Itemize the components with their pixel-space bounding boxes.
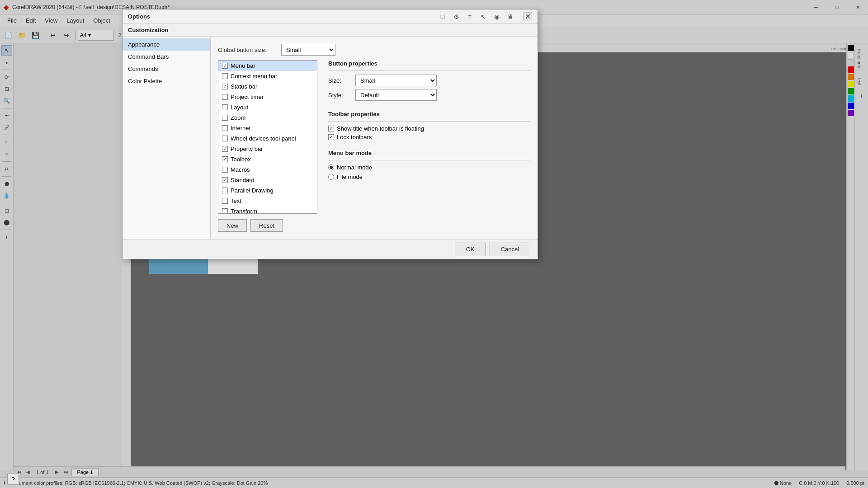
cb-toolbox[interactable] [222, 156, 228, 162]
list-item-toolbox[interactable]: Toolbox [218, 154, 317, 164]
dialog-icon-5[interactable]: ◉ [491, 11, 502, 22]
dialog-close-button[interactable]: ✕ [523, 12, 532, 21]
label-menu-bar: Menu bar [231, 62, 255, 69]
label-parallel-drawing: Parallel Drawing [231, 187, 274, 194]
dialog-header-icons: □ ⚙ ≡ ↖ ◉ 🖥 [437, 11, 516, 22]
properties-area: Button properties Size: Small [317, 60, 530, 232]
cancel-button[interactable]: Cancel [490, 243, 530, 256]
dialog-titlebar: Options □ ⚙ ≡ ↖ ◉ 🖥 ✕ [123, 9, 538, 24]
dialog-icon-1[interactable]: □ [437, 11, 448, 22]
dialog-icon-3[interactable]: ≡ [464, 11, 475, 22]
file-mode-label: File mode [337, 174, 363, 180]
label-standard: Standard [231, 177, 255, 183]
list-item-standard[interactable]: Standard [218, 175, 317, 185]
list-item-parallel-drawing[interactable]: Parallel Drawing [218, 185, 317, 196]
label-internet: Internet [231, 125, 250, 131]
app-window: ◈ CorelDRAW 2020 (64-Bit) - F:\self_desi… [0, 0, 868, 488]
dialog-content-area: Global button size: Small [211, 37, 538, 239]
dialog-overlay: Options □ ⚙ ≡ ↖ ◉ 🖥 ✕ Customization [0, 0, 868, 488]
cb-zoom[interactable] [222, 115, 228, 121]
normal-mode-row: Normal mode [328, 164, 530, 171]
list-item-macros[interactable]: Macros [218, 164, 317, 175]
list-item-zoom[interactable]: Zoom [218, 113, 317, 123]
options-dialog: Options □ ⚙ ≡ ↖ ◉ 🖥 ✕ Customization [122, 9, 538, 259]
lock-toolbars-checkbox[interactable] [328, 134, 334, 140]
menu-bar-mode-divider [328, 160, 530, 160]
label-macros: Macros [231, 166, 250, 173]
list-buttons-row: New Reset [218, 219, 317, 232]
show-title-checkbox[interactable] [328, 126, 334, 131]
style-row: Style: Default [328, 89, 530, 101]
dialog-icon-2[interactable]: ⚙ [451, 11, 462, 22]
content-main: Global button size: Small [218, 44, 530, 232]
list-item-wheel-devices[interactable]: Wheel devices tool panel [218, 133, 317, 144]
nav-command-bars[interactable]: Command Bars [123, 51, 210, 63]
global-button-size-select[interactable]: Small [281, 44, 335, 56]
label-status-bar: Status bar [231, 83, 257, 90]
lock-toolbars-label: Lock toolbars [337, 134, 372, 141]
dialog-icon-6[interactable]: 🖥 [505, 11, 516, 22]
nav-commands[interactable]: Commands [123, 63, 210, 75]
cb-context-menu-bar[interactable] [222, 73, 228, 79]
show-title-label: Show title when toolbar is floating [337, 125, 424, 132]
label-wheel-devices: Wheel devices tool panel [231, 135, 296, 142]
cb-standard[interactable] [222, 177, 228, 183]
list-item-transform[interactable]: Transform [218, 206, 317, 214]
list-item-text[interactable]: Text [218, 196, 317, 206]
toolbar-properties-section: Toolbar properties Show title when toolb… [328, 111, 530, 142]
toolbar-properties-title: Toolbar properties [328, 111, 530, 117]
ok-button[interactable]: OK [455, 243, 486, 256]
menu-bar-mode-title: Menu bar mode [328, 150, 530, 156]
cb-layout[interactable] [222, 104, 228, 110]
global-button-size-label: Global button size: [218, 47, 277, 53]
cb-macros[interactable] [222, 167, 228, 173]
dialog-header-right: □ ⚙ ≡ ↖ ◉ 🖥 ✕ [437, 11, 532, 22]
global-button-size-row: Global button size: Small [218, 44, 530, 56]
button-properties-divider [328, 70, 530, 71]
file-mode-radio[interactable] [328, 174, 334, 180]
toolbar-list-area: Menu bar Context menu bar Status bar [218, 60, 317, 232]
cb-menu-bar[interactable] [222, 63, 228, 69]
reset-button[interactable]: Reset [250, 219, 283, 232]
cb-transform[interactable] [222, 208, 228, 214]
cb-wheel-devices[interactable] [222, 136, 228, 141]
list-item-property-bar[interactable]: Property bar [218, 144, 317, 154]
cb-text[interactable] [222, 198, 228, 204]
normal-mode-radio[interactable] [328, 164, 334, 170]
help-button[interactable]: ? [7, 473, 19, 485]
list-item-internet[interactable]: Internet [218, 123, 317, 133]
list-item-menu-bar[interactable]: Menu bar [218, 61, 317, 71]
toolbar-list[interactable]: Menu bar Context menu bar Status bar [218, 60, 317, 214]
label-layout: Layout [231, 104, 248, 111]
style-select[interactable]: Default [355, 89, 437, 101]
toolbar-properties-divider [328, 121, 530, 122]
label-zoom: Zoom [231, 114, 245, 121]
dialog-body: Appearance Command Bars Commands Color P… [123, 37, 538, 239]
dialog-title: Options [128, 13, 150, 20]
size-select[interactable]: Small [355, 75, 437, 86]
button-properties-section: Button properties Size: Small [328, 60, 530, 103]
cb-project-timer[interactable] [222, 94, 228, 100]
nav-appearance[interactable]: Appearance [123, 38, 210, 51]
label-project-timer: Project timer [231, 94, 264, 100]
list-item-context-menu-bar[interactable]: Context menu bar [218, 71, 317, 81]
customization-label: Customization [128, 27, 169, 33]
cb-status-bar[interactable] [222, 84, 228, 89]
nav-color-palette[interactable]: Color Palette [123, 75, 210, 87]
cb-internet[interactable] [222, 125, 228, 131]
normal-mode-label: Normal mode [337, 164, 372, 171]
menu-bar-mode-section: Menu bar mode Normal mode File mode [328, 150, 530, 183]
new-button[interactable]: New [218, 219, 247, 232]
list-item-project-timer[interactable]: Project timer [218, 92, 317, 102]
style-label: Style: [328, 92, 351, 99]
cb-parallel-drawing[interactable] [222, 188, 228, 193]
list-item-status-bar[interactable]: Status bar [218, 81, 317, 92]
list-item-layout[interactable]: Layout [218, 102, 317, 113]
dialog-icon-4[interactable]: ↖ [478, 11, 489, 22]
help-btn-area: ? [7, 473, 19, 485]
label-text: Text [231, 197, 241, 204]
label-toolbox: Toolbox [231, 156, 251, 163]
label-property-bar: Property bar [231, 145, 263, 152]
cb-property-bar[interactable] [222, 146, 228, 152]
lock-toolbars-row: Lock toolbars [328, 134, 530, 141]
